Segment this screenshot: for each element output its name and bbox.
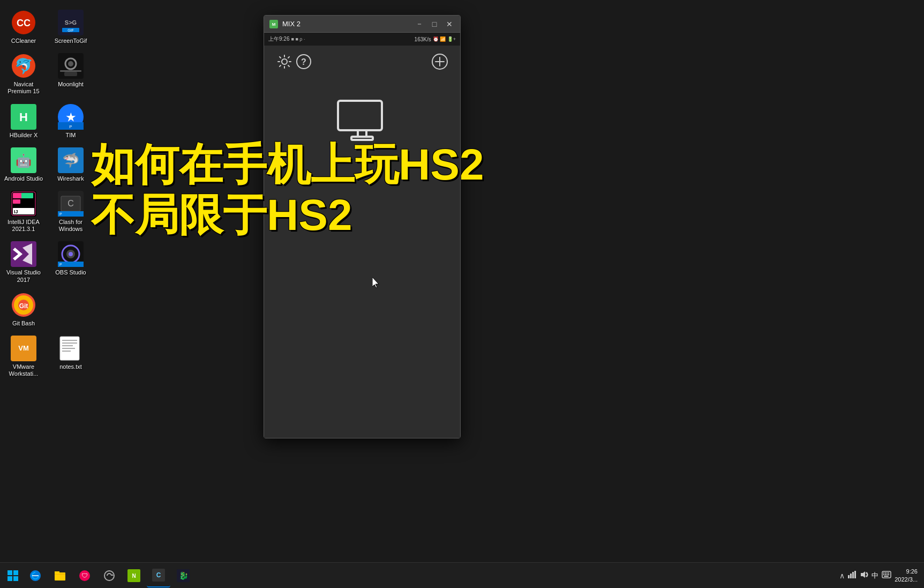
svg-rect-62 xyxy=(338,101,382,130)
icon-git-bash[interactable]: Git Git Bash xyxy=(0,288,47,331)
tray-lang-icon[interactable]: 中 xyxy=(872,571,878,580)
taskbar-clash[interactable]: C xyxy=(147,564,170,587)
svg-rect-25 xyxy=(13,199,20,204)
icon-ccleaner-label: CCleaner xyxy=(11,38,36,44)
svg-rect-69 xyxy=(13,576,18,581)
svg-text:P: P xyxy=(59,212,62,216)
icon-visual-studio[interactable]: Visual Studio 2017 xyxy=(0,237,47,287)
tray-keyboard-icon[interactable] xyxy=(882,571,891,580)
svg-text:IJ: IJ xyxy=(14,209,18,214)
icon-navicat[interactable]: 🐬 Navicat Premium 15 xyxy=(0,49,47,99)
icon-row-4: IJ p IntelliJ IDEA 2021.3.1 C P Clash fo… xyxy=(0,187,96,237)
window-minimize-button[interactable]: － xyxy=(414,20,425,28)
icon-tim-label: TIM xyxy=(66,132,76,139)
icon-vs-label: Visual Studio 2017 xyxy=(2,269,45,283)
settings-button[interactable] xyxy=(275,52,294,71)
svg-text:VM: VM xyxy=(18,344,29,352)
icon-clash-for-windows[interactable]: C P Clash for Windows xyxy=(47,187,94,237)
taskbar-explorer[interactable] xyxy=(48,564,72,587)
svg-rect-85 xyxy=(854,571,856,578)
taskbar-app7[interactable]: 🐉 xyxy=(171,564,195,587)
taskbar-nvidia[interactable]: N xyxy=(122,564,146,587)
svg-text:C: C xyxy=(156,571,161,579)
clock-time: 9:26 xyxy=(895,568,918,575)
phone-main-area xyxy=(264,78,460,438)
svg-text:GIF: GIF xyxy=(67,28,74,32)
svg-rect-26 xyxy=(21,193,33,198)
status-time: 上午9:26 xyxy=(268,35,289,43)
taskbar: 🛡 N C xyxy=(0,562,924,588)
desktop xyxy=(0,0,924,588)
add-button[interactable] xyxy=(430,52,449,71)
svg-rect-92 xyxy=(883,574,884,575)
icon-screentogif[interactable]: S>G GIF ScreenToGif xyxy=(47,5,94,49)
svg-rect-68 xyxy=(7,576,12,581)
svg-rect-90 xyxy=(887,572,888,574)
icon-navicat-label: Navicat Premium 15 xyxy=(2,81,45,95)
icon-android-studio[interactable]: 🤖 Android Studio xyxy=(0,143,47,187)
icon-obs-label: OBS Studio xyxy=(55,269,86,276)
svg-text:P: P xyxy=(59,263,62,266)
icon-obs-studio[interactable]: P OBS Studio xyxy=(47,237,94,287)
icon-clash-label: Clash for Windows xyxy=(49,219,92,233)
icon-wireshark[interactable]: 🦈 Wireshark xyxy=(47,143,94,187)
svg-text:🐬: 🐬 xyxy=(14,57,33,75)
taskbar-apps: 🛡 N C xyxy=(24,564,839,587)
tray-show-hidden[interactable]: ∧ xyxy=(839,571,845,580)
status-network-icons: ⏰ 📶 🔋+ xyxy=(433,36,456,42)
svg-text:p: p xyxy=(24,215,26,217)
icon-notes-label: notes.txt xyxy=(59,363,82,370)
svg-rect-84 xyxy=(852,572,854,578)
clock-date: 2022/3... xyxy=(895,576,918,583)
svg-rect-91 xyxy=(888,572,889,574)
taskbar-edge[interactable] xyxy=(24,564,47,587)
svg-rect-93 xyxy=(885,574,886,575)
svg-rect-53 xyxy=(62,343,77,344)
icon-wireshark-label: Wireshark xyxy=(57,175,84,182)
svg-point-10 xyxy=(68,61,73,66)
svg-rect-67 xyxy=(13,570,18,575)
svg-text:★: ★ xyxy=(66,111,76,123)
icon-row-6: Git Git Bash xyxy=(0,288,96,331)
help-button[interactable]: ? xyxy=(294,52,313,71)
icon-notes[interactable]: notes.txt xyxy=(47,331,94,382)
svg-rect-88 xyxy=(883,572,884,574)
window-close-button[interactable]: ✕ xyxy=(444,20,455,28)
icon-row-1: 🐬 Navicat Premium 15 Moonlight xyxy=(0,49,96,99)
icon-hbuilder[interactable]: H HBuilder X xyxy=(0,100,47,143)
svg-rect-82 xyxy=(848,575,850,578)
icon-tim[interactable]: ★ P TIM xyxy=(47,100,94,143)
icon-ccleaner[interactable]: CC CCleaner xyxy=(0,5,47,49)
svg-text:Git: Git xyxy=(19,302,28,309)
window-controls: － □ ✕ xyxy=(414,20,455,28)
svg-text:🛡: 🛡 xyxy=(81,572,88,579)
svg-text:P: P xyxy=(69,124,72,129)
window-maximize-button[interactable]: □ xyxy=(429,20,440,28)
icon-intellij[interactable]: IJ p IntelliJ IDEA 2021.3.1 xyxy=(0,187,47,237)
svg-rect-95 xyxy=(888,574,889,575)
system-tray: ∧ 中 xyxy=(839,568,922,583)
svg-rect-96 xyxy=(884,576,889,577)
icon-vmware[interactable]: VM VMware Workstati... xyxy=(0,331,47,382)
taskbar-app3[interactable]: 🛡 xyxy=(73,564,96,587)
svg-rect-36 xyxy=(11,241,36,267)
icon-screentogif-label: ScreenToGif xyxy=(55,38,87,44)
svg-rect-55 xyxy=(62,348,75,349)
svg-rect-71 xyxy=(55,571,59,574)
svg-text:🤖: 🤖 xyxy=(16,152,32,168)
svg-rect-56 xyxy=(62,351,71,352)
start-button[interactable] xyxy=(2,565,24,586)
icon-moonlight[interactable]: Moonlight xyxy=(47,49,94,99)
svg-rect-52 xyxy=(62,340,77,341)
svg-text:S>G: S>G xyxy=(65,19,77,26)
status-speed: 163K/s xyxy=(415,36,431,42)
tray-volume-icon[interactable] xyxy=(860,571,868,580)
taskbar-app4[interactable] xyxy=(97,564,121,587)
svg-text:?: ? xyxy=(301,57,306,66)
icon-moonlight-label: Moonlight xyxy=(58,81,84,88)
tray-network-icon[interactable] xyxy=(848,571,857,580)
status-bar-right: 163K/s ⏰ 📶 🔋+ xyxy=(415,36,456,42)
system-clock[interactable]: 9:26 2022/3... xyxy=(895,568,918,583)
phone-app-content: ? xyxy=(264,46,460,438)
svg-text:🐉: 🐉 xyxy=(179,571,189,580)
